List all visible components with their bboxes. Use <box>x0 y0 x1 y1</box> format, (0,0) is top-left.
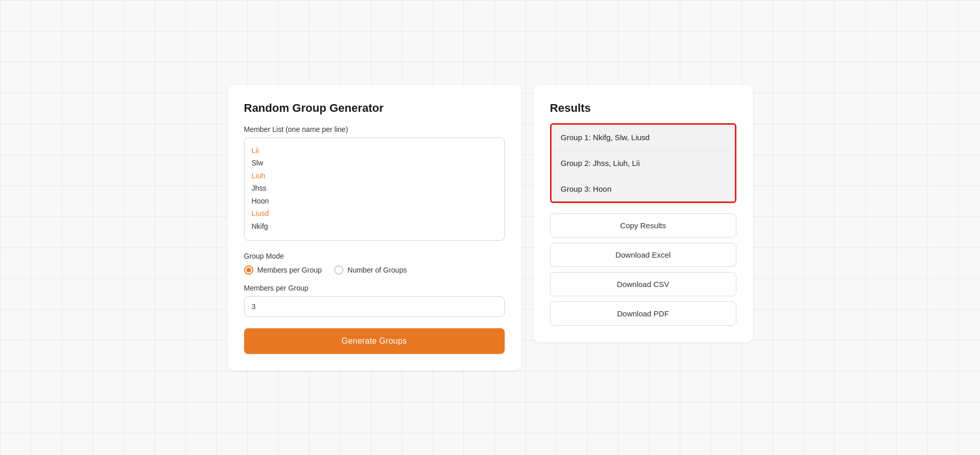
download-csv-button[interactable]: Download CSV <box>550 272 736 296</box>
radio-number-of-groups[interactable]: Number of Groups <box>334 265 407 275</box>
member-line-2: Slw <box>252 157 497 170</box>
member-list-display: Lii Slw Liuh Jhss Hoon Liusd Nkifg <box>244 138 505 241</box>
group-mode-label: Group Mode <box>244 252 505 260</box>
results-title: Results <box>550 102 736 115</box>
member-line-3: Liuh <box>252 170 497 182</box>
group-item-1: Group 1: Nkifg, Slw, Liusd <box>552 125 735 150</box>
copy-results-button[interactable]: Copy Results <box>550 213 736 238</box>
generate-button[interactable]: Generate Groups <box>244 328 505 354</box>
group-item-2: Group 2: Jhss, Liuh, Lii <box>552 150 735 176</box>
right-panel: Results Group 1: Nkifg, Slw, Liusd Group… <box>534 85 753 342</box>
member-line-4: Jhss <box>252 182 497 195</box>
member-list-label: Member List (one name per line) <box>244 125 505 133</box>
member-list-wrapper: Lii Slw Liuh Jhss Hoon Liusd Nkifg <box>244 138 505 241</box>
group-mode-section: Group Mode Members per Group Number of G… <box>244 252 505 317</box>
page-title: Random Group Generator <box>244 102 505 115</box>
radio-number-of-groups-label: Number of Groups <box>348 266 407 274</box>
results-box: Group 1: Nkifg, Slw, Liusd Group 2: Jhss… <box>550 123 736 203</box>
group-item-3: Group 3: Hoon <box>552 176 735 201</box>
member-line-1: Lii <box>252 144 497 157</box>
members-per-group-input[interactable] <box>244 296 505 317</box>
radio-number-of-groups-input[interactable] <box>334 265 343 275</box>
radio-members-per-group-input[interactable] <box>244 265 253 275</box>
radio-members-per-group-label: Members per Group <box>257 266 322 274</box>
radio-members-per-group[interactable]: Members per Group <box>244 265 322 275</box>
download-excel-button[interactable]: Download Excel <box>550 243 736 267</box>
page-container: Random Group Generator Member List (one … <box>207 64 773 391</box>
left-panel: Random Group Generator Member List (one … <box>228 85 521 370</box>
download-pdf-button[interactable]: Download PDF <box>550 301 736 326</box>
member-line-6: Liusd <box>252 207 497 220</box>
members-per-group-label: Members per Group <box>244 284 505 292</box>
member-line-5: Hoon <box>252 195 497 208</box>
member-line-7: Nkifg <box>252 220 497 233</box>
radio-group: Members per Group Number of Groups <box>244 265 505 275</box>
